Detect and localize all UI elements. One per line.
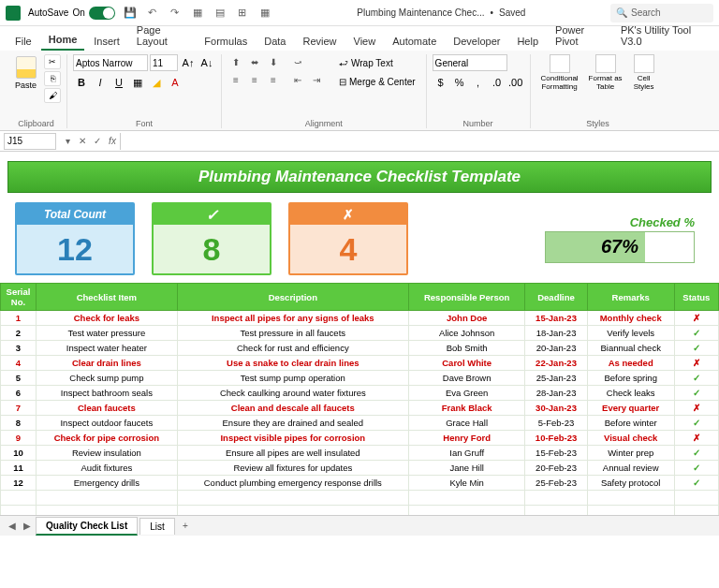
increase-indent-button[interactable]: ⇥ bbox=[308, 72, 325, 87]
cancel-icon[interactable]: ✕ bbox=[75, 134, 90, 149]
toggle-icon[interactable] bbox=[89, 7, 115, 20]
status-cell[interactable]: ✓ bbox=[674, 326, 718, 341]
format-painter-button[interactable]: 🖌 bbox=[44, 88, 61, 103]
tab-pk-tool[interactable]: PK's Utility Tool V3.0 bbox=[613, 21, 712, 51]
table-header[interactable]: Checklist Item bbox=[37, 284, 178, 311]
merge-center-button[interactable]: ⊟Merge & Center bbox=[334, 73, 420, 90]
tab-power-pivot[interactable]: Power Pivot bbox=[548, 21, 611, 51]
tab-automate[interactable]: Automate bbox=[385, 32, 444, 51]
paste-button[interactable]: Paste bbox=[11, 54, 40, 92]
redo-icon[interactable]: ↷ bbox=[168, 6, 183, 21]
checklist-table[interactable]: Serial No.Checklist ItemDescriptionRespo… bbox=[0, 283, 719, 536]
qat-icon[interactable]: ⊞ bbox=[235, 6, 250, 21]
tab-view[interactable]: View bbox=[346, 32, 384, 51]
table-row-empty[interactable] bbox=[1, 491, 719, 506]
next-sheet-button[interactable]: ▶ bbox=[21, 520, 34, 533]
status-cell[interactable]: ✓ bbox=[674, 371, 718, 386]
dropdown-icon[interactable]: ▾ bbox=[60, 134, 75, 149]
qat-icon[interactable]: ▦ bbox=[190, 6, 205, 21]
add-sheet-button[interactable]: + bbox=[177, 521, 194, 531]
decrease-font-button[interactable]: A↓ bbox=[198, 54, 215, 71]
status-cell[interactable]: ✓ bbox=[674, 461, 718, 476]
table-row[interactable]: 12Emergency drillsConduct plumbing emerg… bbox=[1, 476, 719, 491]
increase-font-button[interactable]: A↑ bbox=[180, 54, 197, 71]
search-input[interactable]: 🔍 Search bbox=[610, 4, 713, 22]
currency-button[interactable]: $ bbox=[433, 74, 449, 91]
font-color-button[interactable]: A bbox=[167, 74, 183, 91]
fx-button[interactable]: fx bbox=[105, 134, 120, 149]
wrap-text-button[interactable]: ⮐Wrap Text bbox=[334, 54, 420, 71]
orientation-button[interactable]: ⤻ bbox=[289, 54, 306, 69]
sheet-tab[interactable]: List bbox=[139, 518, 175, 535]
copy-button[interactable]: ⎘ bbox=[44, 71, 61, 86]
decrease-indent-button[interactable]: ⇤ bbox=[289, 72, 306, 87]
table-row[interactable]: 6Inspect bathroom sealsCheck caulking ar… bbox=[1, 386, 719, 401]
table-row[interactable]: 10Review insulationEnsure all pipes are … bbox=[1, 446, 719, 461]
status-cell[interactable]: ✓ bbox=[674, 416, 718, 431]
table-header[interactable]: Description bbox=[177, 284, 408, 311]
cut-button[interactable]: ✂ bbox=[44, 54, 61, 69]
status-cell[interactable]: ✗ bbox=[674, 356, 718, 371]
align-middle-button[interactable]: ⬌ bbox=[246, 54, 263, 69]
status-cell[interactable]: ✓ bbox=[674, 341, 718, 356]
table-row[interactable]: 3Inspect water heaterCheck for rust and … bbox=[1, 341, 719, 356]
prev-sheet-button[interactable]: ◀ bbox=[6, 520, 19, 533]
name-box[interactable]: J15 bbox=[4, 133, 56, 150]
qat-icon[interactable]: ▤ bbox=[213, 6, 227, 21]
tab-home[interactable]: Home bbox=[41, 30, 85, 51]
table-row[interactable]: 4Clear drain linesUse a snake to clear d… bbox=[1, 356, 719, 371]
align-left-button[interactable]: ≡ bbox=[227, 72, 244, 87]
formula-input[interactable] bbox=[120, 133, 719, 150]
worksheet[interactable]: Plumbing Maintenance Checklist Template … bbox=[0, 152, 719, 536]
comma-button[interactable]: , bbox=[470, 74, 487, 91]
align-right-button[interactable]: ≡ bbox=[265, 72, 282, 87]
autosave-toggle[interactable]: AutoSave On bbox=[28, 7, 115, 20]
border-button[interactable]: ▦ bbox=[129, 74, 146, 91]
status-cell[interactable]: ✓ bbox=[674, 386, 718, 401]
status-cell[interactable]: ✗ bbox=[674, 431, 718, 446]
align-center-button[interactable]: ≡ bbox=[246, 72, 263, 87]
status-cell[interactable]: ✗ bbox=[674, 311, 718, 326]
table-header[interactable]: Responsible Person bbox=[408, 284, 525, 311]
cell-styles-button[interactable]: Cell Styles bbox=[628, 54, 660, 91]
tab-help[interactable]: Help bbox=[509, 32, 546, 51]
number-format-select[interactable] bbox=[433, 54, 507, 71]
table-header[interactable]: Serial No. bbox=[1, 284, 37, 311]
sheet-tab-active[interactable]: Quality Check List bbox=[36, 517, 138, 536]
table-row[interactable]: 7Clean faucetsClean and descale all fauc… bbox=[1, 401, 719, 416]
tab-review[interactable]: Review bbox=[295, 32, 344, 51]
save-icon[interactable]: 💾 bbox=[123, 6, 138, 21]
status-cell[interactable]: ✓ bbox=[674, 446, 718, 461]
align-bottom-button[interactable]: ⬇ bbox=[265, 54, 282, 69]
bold-button[interactable]: B bbox=[73, 74, 90, 91]
table-row[interactable]: 8Inspect outdoor faucetsEnsure they are … bbox=[1, 416, 719, 431]
decrease-decimal-button[interactable]: .00 bbox=[507, 74, 524, 91]
underline-button[interactable]: U bbox=[110, 74, 127, 91]
enter-icon[interactable]: ✓ bbox=[90, 134, 105, 149]
percent-button[interactable]: % bbox=[451, 74, 468, 91]
italic-button[interactable]: I bbox=[92, 74, 109, 91]
status-cell[interactable]: ✗ bbox=[674, 401, 718, 416]
table-row[interactable]: 2Test water pressureTest pressure in all… bbox=[1, 326, 719, 341]
table-row[interactable]: 1Check for leaksInspect all pipes for an… bbox=[1, 311, 719, 326]
fill-color-button[interactable]: ◢ bbox=[148, 74, 165, 91]
status-cell[interactable]: ✓ bbox=[674, 476, 718, 491]
tab-formulas[interactable]: Formulas bbox=[197, 32, 255, 51]
tab-developer[interactable]: Developer bbox=[446, 32, 507, 51]
table-row[interactable]: 9Check for pipe corrosionInspect visible… bbox=[1, 431, 719, 446]
table-header[interactable]: Remarks bbox=[587, 284, 674, 311]
font-name-select[interactable] bbox=[73, 54, 148, 71]
tab-file[interactable]: File bbox=[7, 32, 39, 51]
table-header[interactable]: Deadline bbox=[525, 284, 587, 311]
format-table-button[interactable]: Format as Table bbox=[585, 54, 626, 91]
tab-page-layout[interactable]: Page Layout bbox=[129, 21, 196, 51]
table-row[interactable]: 11Audit fixturesReview all fixtures for … bbox=[1, 461, 719, 476]
table-row[interactable]: 5Check sump pumpTest sump pump operation… bbox=[1, 371, 719, 386]
undo-icon[interactable]: ↶ bbox=[145, 6, 160, 21]
align-top-button[interactable]: ⬆ bbox=[227, 54, 244, 69]
qat-icon[interactable]: ▦ bbox=[257, 6, 272, 21]
increase-decimal-button[interactable]: .0 bbox=[489, 74, 506, 91]
table-header[interactable]: Status bbox=[674, 284, 718, 311]
font-size-select[interactable] bbox=[150, 54, 178, 71]
tab-insert[interactable]: Insert bbox=[86, 32, 127, 51]
